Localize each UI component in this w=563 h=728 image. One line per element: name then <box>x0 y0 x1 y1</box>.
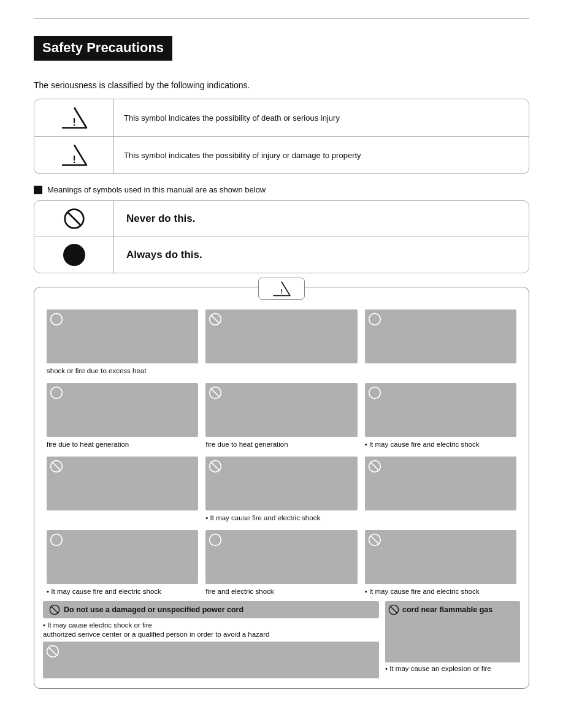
grid-caption-5: fire due to heat generation <box>205 441 357 448</box>
symbol-row-1: ! This symbol indicates the possibility … <box>34 99 529 137</box>
svg-line-22 <box>370 536 379 544</box>
warning-label: ! <box>258 278 305 300</box>
do-not-bar-icon <box>49 604 60 615</box>
svg-text:!: ! <box>72 117 75 127</box>
grid-image-2 <box>205 309 357 363</box>
grid-image-7 <box>47 457 198 510</box>
svg-line-7 <box>211 315 220 324</box>
black-circle-icon <box>63 244 85 266</box>
svg-point-19 <box>51 534 63 546</box>
triangle-icon-1: ! <box>61 105 88 130</box>
svg-line-28 <box>390 606 397 613</box>
cell-circle-outline-icon-6 <box>368 386 381 400</box>
warning-triangle-icon: ! <box>272 280 291 297</box>
meanings-text-1: Never do this. <box>114 201 529 237</box>
grid-image-6 <box>365 383 516 437</box>
grid-caption-12: • It may cause fire and electric shock <box>365 588 516 595</box>
symbol-table: ! This symbol indicates the possibility … <box>34 99 529 174</box>
do-not-bar-label: Do not use a damaged or unspecified powe… <box>64 605 243 614</box>
page: manualshlive.com Safety Precautions The … <box>0 0 563 728</box>
right-label-row: cord near flammable gas <box>388 604 517 615</box>
grid-cell-11: fire and electric shock <box>202 525 361 599</box>
bottom-text-2: authorized serivce center or a qualified… <box>43 631 379 638</box>
meanings-icon-2 <box>34 237 114 273</box>
grid-caption-10: • It may cause fire and electric shock <box>47 588 198 595</box>
grid-cell-12: • It may cause fire and electric shock <box>361 525 520 599</box>
grid-cell-7 <box>43 452 202 525</box>
svg-line-26 <box>48 647 57 656</box>
grid-cell-1: shock or fire due to excess heat <box>43 305 202 378</box>
grid-cell-2 <box>202 305 361 378</box>
svg-point-9 <box>51 387 63 399</box>
cell-circle-outline-icon-4 <box>50 386 63 400</box>
svg-line-24 <box>51 606 58 613</box>
gray-bar-bottom <box>43 642 379 678</box>
grid-image-3 <box>365 309 516 363</box>
grid-cell-4: fire due to heat generation <box>43 378 202 452</box>
page-title: Safety Precautions <box>34 36 172 61</box>
top-rule <box>34 18 529 19</box>
grid-caption-4: fire due to heat generation <box>47 441 198 448</box>
intro-text: The seriousness is classified by the fol… <box>34 80 529 90</box>
grid-image-9 <box>365 457 516 510</box>
warning-box: ! shock or fire due to excess heat <box>34 287 529 689</box>
svg-point-20 <box>210 534 221 546</box>
grid-cell-8: • It may cause fire and electric shock <box>202 452 361 525</box>
meanings-header-text: Meanings of symbols used in this manual … <box>47 185 266 194</box>
triangle-icon-2: ! <box>61 143 88 167</box>
bottom-right: cord near flammable gas • It may cause a… <box>385 601 520 678</box>
right-no-icon <box>388 604 399 615</box>
grid-cell-5: fire due to heat generation <box>202 378 361 452</box>
grid-cell-10: • It may cause fire and electric shock <box>43 525 202 599</box>
grid-image-10 <box>47 530 198 584</box>
black-square-icon <box>34 186 42 194</box>
grid-cell-3 <box>361 305 520 378</box>
right-label: cord near flammable gas <box>402 605 492 614</box>
svg-text:!: ! <box>280 288 283 295</box>
right-block: cord near flammable gas <box>385 601 520 662</box>
grid-image-11 <box>205 530 357 584</box>
cell-no-icon-5 <box>209 386 222 400</box>
svg-point-5 <box>51 314 63 325</box>
grid-caption-1: shock or fire due to excess heat <box>47 367 198 374</box>
symbol-text-2: This symbol indicates the possibility of… <box>114 137 529 173</box>
grid-cell-9 <box>361 452 520 525</box>
cell-no-icon-8 <box>209 460 222 473</box>
svg-text:!: ! <box>72 154 75 165</box>
grid-container: shock or fire due to excess heat <box>34 305 529 599</box>
svg-line-11 <box>211 389 220 397</box>
cell-circle-outline-icon-1 <box>50 313 63 326</box>
cell-no-icon-2 <box>209 313 222 326</box>
cell-circle-outline-icon-11 <box>209 533 222 547</box>
no-symbol-icon <box>63 208 85 230</box>
symbol-text-1: This symbol indicates the possibility of… <box>114 99 529 136</box>
svg-point-8 <box>369 314 380 325</box>
grid-image-1 <box>47 309 198 363</box>
grid-caption-6: • It may cause fire and electric shock <box>365 441 516 448</box>
meanings-text-2: Always do this. <box>114 237 529 273</box>
right-caption: • It may cause an explosion or fire <box>385 665 520 672</box>
grid-image-12 <box>365 530 516 584</box>
svg-line-18 <box>370 462 379 471</box>
bottom-text-1: • It may cause electric shock or fire <box>43 621 379 629</box>
cell-no-icon-7 <box>50 460 63 473</box>
grid-caption-8: • It may cause fire and electric shock <box>205 514 357 521</box>
symbol-icon-2: ! <box>34 137 114 173</box>
cell-circle-outline-icon-3 <box>368 313 381 326</box>
grid-cell-6: • It may cause fire and electric shock <box>361 378 520 452</box>
cell-no-icon-9 <box>368 460 381 473</box>
meanings-header: Meanings of symbols used in this manual … <box>34 185 529 194</box>
svg-line-3 <box>67 211 81 226</box>
meanings-row-1: Never do this. <box>34 201 529 237</box>
do-not-bar: Do not use a damaged or unspecified powe… <box>43 601 379 618</box>
svg-point-12 <box>369 387 380 399</box>
cell-no-icon-12 <box>368 533 381 547</box>
svg-line-14 <box>52 462 61 471</box>
meanings-icon-1 <box>34 201 114 237</box>
grid-caption-11: fire and electric shock <box>205 588 357 595</box>
symbol-row-2: ! This symbol indicates the possibility … <box>34 137 529 173</box>
bottom-bar-no-icon <box>46 645 59 658</box>
grid-image-5 <box>205 383 357 437</box>
symbol-icon-1: ! <box>34 99 114 136</box>
warning-box-header: ! <box>34 278 529 300</box>
